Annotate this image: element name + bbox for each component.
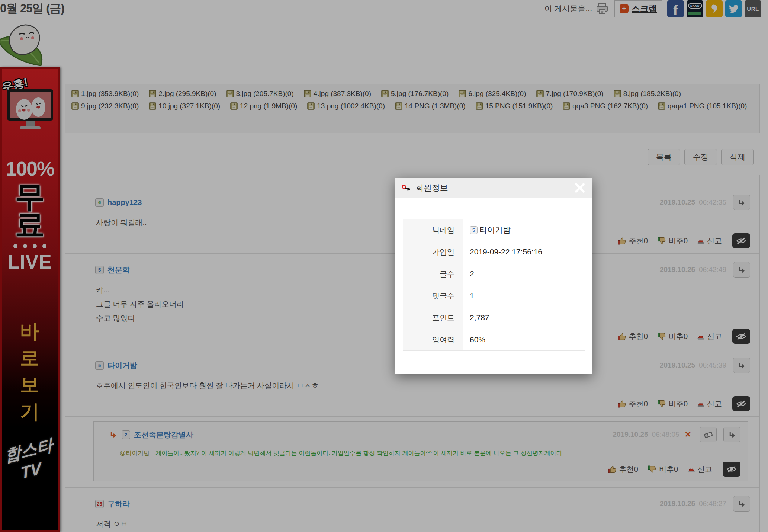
modal-title: 회원정보	[415, 182, 448, 193]
member-info-value: 1	[465, 285, 585, 307]
member-info-value-text: 60%	[470, 335, 485, 344]
member-info-value-text: 타이거밤	[479, 225, 511, 235]
member-info-value-text: 2,787	[470, 313, 489, 322]
member-info-label: 닉네임	[403, 219, 465, 241]
dim-overlay	[0, 0, 768, 532]
member-info-table: 닉네임5타이거밤가입일2019-09-22 17:56:16글수2댓글수1포인트…	[395, 198, 592, 351]
member-info-label: 잉여력	[403, 329, 465, 350]
member-info-label: 글수	[403, 263, 465, 285]
member-info-value-text: 2	[470, 269, 474, 278]
member-info-row: 가입일2019-09-22 17:56:16	[403, 241, 585, 263]
page: 10월 25일 (금) 우흥! 100% 무료 LIVE 바로보기	[0, 0, 768, 532]
member-info-label: 댓글수	[403, 285, 465, 307]
member-info-modal: 회원정보 닉네임5타이거밤가입일2019-09-22 17:56:16글수2댓글…	[395, 178, 592, 374]
member-info-value: 5타이거밤	[465, 219, 585, 241]
member-info-value: 2,787	[465, 307, 585, 329]
level-badge: 5	[470, 226, 478, 234]
member-info-row: 잉여력60%	[403, 329, 585, 351]
member-info-row: 닉네임5타이거밤	[403, 219, 585, 241]
key-icon	[401, 184, 412, 192]
close-icon[interactable]	[573, 181, 587, 195]
member-info-value-text: 1	[470, 291, 474, 300]
member-info-row: 글수2	[403, 263, 585, 285]
member-info-value: 60%	[465, 329, 585, 350]
member-info-value: 2	[465, 263, 585, 285]
member-info-value: 2019-09-22 17:56:16	[465, 241, 585, 263]
member-info-label: 가입일	[403, 241, 465, 263]
modal-header: 회원정보	[395, 178, 592, 198]
member-info-value-text: 2019-09-22 17:56:16	[470, 247, 542, 256]
member-info-row: 댓글수1	[403, 285, 585, 307]
member-info-row: 포인트2,787	[403, 307, 585, 329]
member-info-label: 포인트	[403, 307, 465, 329]
